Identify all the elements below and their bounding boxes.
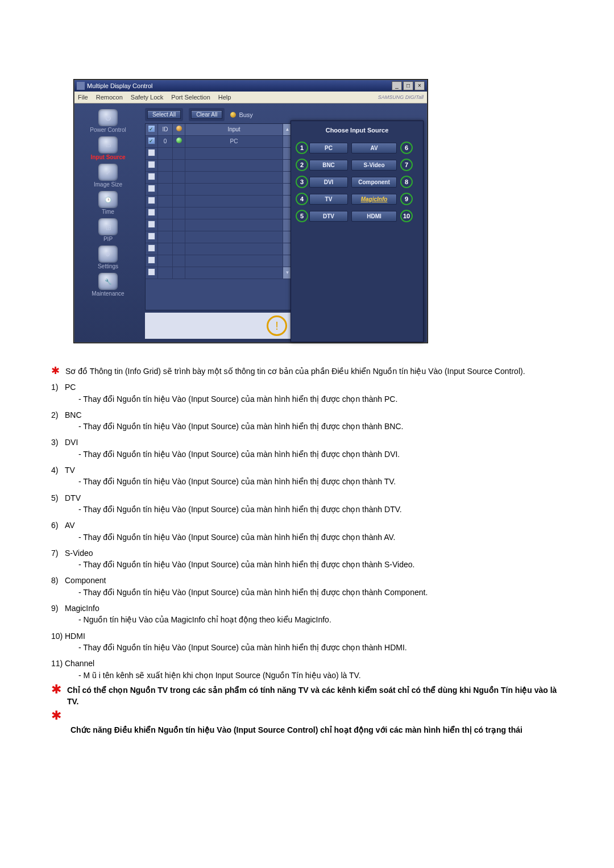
sidebar-item-input-source[interactable]: ▭ Input Source: [90, 136, 125, 160]
item-desc: - Thay đổi Nguồn tín hiệu Vào (Input Sou…: [78, 531, 563, 543]
menu-help[interactable]: Help: [218, 94, 231, 101]
item-title: MagicInfo: [65, 604, 99, 613]
sidebar-item-power-control[interactable]: ⏻ Power Control: [90, 109, 126, 133]
row-checkbox[interactable]: [148, 173, 155, 180]
cell-input: [185, 184, 283, 196]
row-checkbox[interactable]: [148, 137, 155, 144]
row-checkbox[interactable]: [148, 149, 155, 156]
source-dvi-button[interactable]: DVI: [309, 177, 348, 188]
window-title: Multiple Display Control: [87, 82, 153, 89]
source-component-button[interactable]: Component: [351, 177, 397, 188]
cell-status: [173, 148, 185, 160]
callout-badge-9: 9: [400, 193, 413, 205]
table-row[interactable]: [146, 148, 292, 160]
menu-remocon[interactable]: Remocon: [96, 94, 123, 101]
star-icon: ✱: [51, 366, 60, 377]
close-button[interactable]: ×: [414, 81, 425, 90]
table-row[interactable]: 0PC: [146, 136, 292, 148]
row-checkbox[interactable]: [148, 161, 155, 168]
item-desc: - Nguồn tín hiệu Vào của MagicInfo chỉ h…: [78, 614, 563, 625]
image-size-icon: ⤢: [98, 164, 118, 181]
maximize-button[interactable]: □: [403, 81, 413, 90]
table-row[interactable]: [146, 255, 292, 267]
item-desc: - Thay đổi Nguồn tín hiệu Vào (Input Sou…: [78, 393, 563, 405]
clear-all-button[interactable]: Clear All: [191, 110, 222, 119]
sidebar-item-label: Input Source: [90, 154, 125, 160]
table-row[interactable]: [146, 172, 292, 184]
row-checkbox[interactable]: [148, 197, 155, 204]
table-row[interactable]: [146, 160, 292, 172]
list-item: 2)BNC- Thay đổi Nguồn tín hiệu Vào (Inpu…: [65, 409, 563, 433]
wrench-icon: 🔧: [98, 273, 118, 290]
item-desc: - Thay đổi Nguồn tín hiệu Vào (Input Sou…: [78, 476, 563, 487]
cell-status: [173, 207, 185, 219]
col-status[interactable]: [173, 124, 185, 136]
minimize-button[interactable]: _: [392, 81, 402, 90]
source-hdmi-button[interactable]: HDMI: [351, 211, 397, 222]
row-checkbox[interactable]: [148, 244, 155, 252]
input-source-icon: ▭: [98, 136, 118, 153]
item-title: Component: [65, 576, 106, 585]
doc-body: ✱ Sơ đồ Thông tin (Info Grid) sẽ trình b…: [51, 366, 563, 736]
item-number: 3): [51, 437, 65, 448]
cell-id: [158, 148, 173, 160]
table-row[interactable]: ▼: [146, 267, 292, 279]
table-row[interactable]: [146, 243, 292, 255]
cell-input: [185, 255, 283, 267]
callout-badge-3: 3: [296, 176, 308, 188]
item-title: BNC: [65, 410, 82, 420]
list-item: 3)DVI- Thay đổi Nguồn tín hiệu Vào (Inpu…: [65, 437, 563, 460]
list-item: 1)PC- Thay đổi Nguồn tín hiệu Vào (Input…: [65, 381, 563, 405]
source-av-button[interactable]: AV: [351, 143, 397, 153]
table-row[interactable]: [146, 207, 292, 219]
callout-badge-2: 2: [296, 159, 308, 171]
warning-icon: !: [267, 315, 287, 336]
cell-input: [185, 207, 283, 219]
select-all-button[interactable]: Select All: [147, 110, 181, 119]
callout-badge-6: 6: [400, 142, 413, 154]
list-item: 5)DTV- Thay đổi Nguồn tín hiệu Vào (Inpu…: [65, 492, 563, 516]
source-pc-button[interactable]: PC: [309, 143, 348, 153]
source-s-video-button[interactable]: S-Video: [351, 160, 397, 171]
cell-id: [158, 184, 173, 196]
item-number: 8): [51, 575, 65, 586]
row-checkbox[interactable]: [148, 185, 155, 192]
sidebar-item-time[interactable]: 🕒 Time: [98, 191, 118, 215]
menu-safety-lock[interactable]: Safety Lock: [131, 94, 163, 101]
source-bnc-button[interactable]: BNC: [309, 160, 348, 171]
row-checkbox[interactable]: [148, 268, 155, 276]
sidebar-item-pip[interactable]: ◲ PIP: [98, 218, 118, 242]
source-tv-button[interactable]: TV: [309, 194, 348, 205]
cell-id: [158, 160, 173, 172]
source-magicinfo-button[interactable]: MagicInfo: [351, 194, 397, 205]
list-item: 7)S-Video- Thay đổi Nguồn tín hiệu Vào (…: [65, 547, 563, 571]
sidebar-item-settings[interactable]: ⚙ Settings: [98, 246, 118, 269]
sidebar-item-maintenance[interactable]: 🔧 Maintenance: [92, 273, 124, 297]
row-checkbox[interactable]: [148, 209, 155, 216]
table-row[interactable]: [146, 219, 292, 231]
sidebar-item-image-size[interactable]: ⤢ Image Size: [94, 164, 122, 188]
warning-2: Chức năng Điều khiển Nguồn tín hiệu Vào …: [70, 724, 563, 736]
sidebar-item-label: Image Size: [94, 181, 122, 188]
cell-status: [173, 255, 185, 267]
row-checkbox[interactable]: [148, 232, 155, 240]
table-row[interactable]: [146, 196, 292, 207]
choose-input-source-popup: Choose Input Source 1PCAV62BNCS-Video73D…: [291, 121, 424, 342]
status-bar: !: [145, 313, 293, 339]
app-icon: [77, 82, 85, 90]
brand-logo: SAMSUNG DIGITall: [378, 94, 424, 100]
list-item: 4)TV- Thay đổi Nguồn tín hiệu Vào (Input…: [65, 464, 563, 488]
table-row[interactable]: [146, 231, 292, 243]
col-id[interactable]: ID: [158, 124, 173, 136]
cell-input: [185, 160, 283, 172]
col-input[interactable]: Input: [185, 124, 283, 136]
col-check[interactable]: [146, 124, 158, 136]
row-checkbox[interactable]: [148, 221, 155, 228]
menu-port-selection[interactable]: Port Selection: [171, 94, 210, 101]
row-checkbox[interactable]: [148, 256, 155, 264]
table-row[interactable]: [146, 184, 292, 196]
cell-input: [185, 219, 283, 231]
menu-file[interactable]: File: [78, 94, 88, 101]
source-dtv-button[interactable]: DTV: [309, 211, 348, 222]
sidebar-item-label: Maintenance: [92, 290, 124, 297]
